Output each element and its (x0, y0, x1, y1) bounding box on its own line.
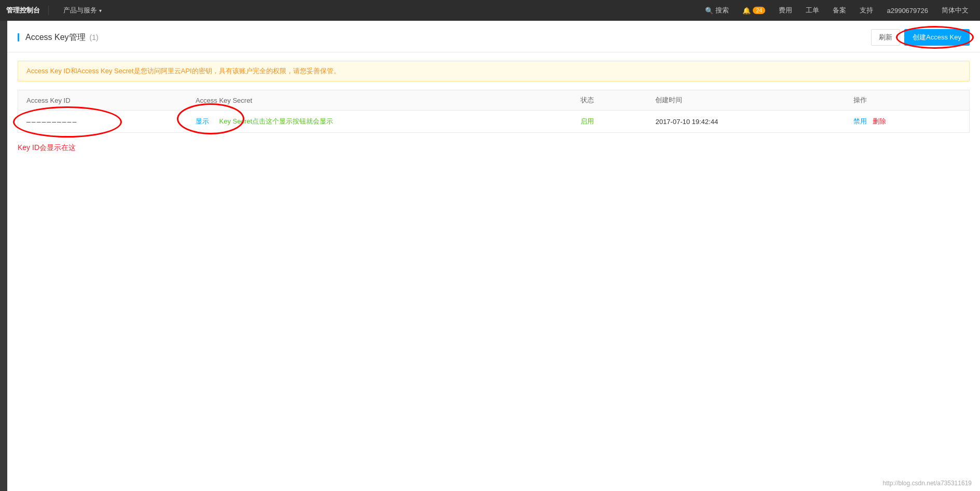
status-badge: 启用 (581, 117, 594, 125)
top-navigation: 管理控制台 产品与服务 ▾ 🔍 搜索 🔔 24 费用 工单 备案 支持 a299… (0, 0, 980, 21)
table-header-row: Access Key ID Access Key Secret 状态 创建时间 … (18, 90, 970, 111)
warning-banner: Access Key ID和Access Key Secret是您访问阿里云AP… (18, 61, 970, 81)
nav-logo[interactable]: 管理控制台 (6, 6, 49, 15)
show-secret-link[interactable]: 显示 (196, 117, 209, 125)
nav-notification[interactable]: 🔔 24 (737, 0, 770, 21)
nav-products[interactable]: 产品与服务 ▾ (57, 0, 108, 21)
nav-billing[interactable]: 费用 (774, 0, 797, 21)
sidebar (0, 21, 7, 491)
key-id-cell: —————————— (18, 111, 187, 133)
page-title-text: Access Key管理 (25, 32, 86, 43)
chevron-down-icon: ▾ (99, 8, 102, 13)
table-body: —————————— 显示 Key Secret点击这个显示按钮就会显示 启用 … (18, 111, 970, 133)
bell-icon: 🔔 (742, 7, 751, 15)
nav-tickets[interactable]: 工单 (800, 0, 824, 21)
nav-left: 管理控制台 产品与服务 ▾ (6, 0, 108, 21)
page-title: Access Key管理 (1) (18, 32, 99, 43)
table-row: —————————— 显示 Key Secret点击这个显示按钮就会显示 启用 … (18, 111, 970, 133)
status-cell: 启用 (572, 111, 647, 133)
table-header: Access Key ID Access Key Secret 状态 创建时间 … (18, 90, 970, 111)
footer-url: http://blog.csdn.net/a735311619 (883, 480, 972, 487)
nav-right: 🔍 搜索 🔔 24 费用 工单 备案 支持 a2990679726 简体中文 (700, 0, 974, 21)
col-created-at: 创建时间 (647, 90, 845, 111)
nav-language[interactable]: 简体中文 (936, 0, 974, 21)
nav-support[interactable]: 支持 (854, 0, 878, 21)
col-status: 状态 (572, 90, 647, 111)
nav-icp[interactable]: 备案 (827, 0, 851, 21)
nav-search[interactable]: 🔍 搜索 (700, 0, 734, 21)
created-at-cell: 2017-07-10 19:42:44 (647, 111, 845, 133)
key-id-annotation: Key ID会显示在这 (7, 133, 980, 163)
actions-cell: 禁用 删除 (845, 111, 970, 133)
key-secret-hint: Key Secret点击这个显示按钮就会显示 (219, 117, 334, 125)
disable-link[interactable]: 禁用 (853, 117, 867, 125)
page-count: (1) (90, 33, 99, 42)
col-key-secret: Access Key Secret (187, 90, 572, 111)
notification-badge: 24 (753, 7, 765, 14)
create-access-key-button[interactable]: 创建Access Key (904, 29, 970, 46)
access-key-table-wrap: Access Key ID Access Key Secret 状态 创建时间 … (18, 90, 970, 133)
access-key-table: Access Key ID Access Key Secret 状态 创建时间 … (18, 90, 970, 133)
nav-username[interactable]: a2990679726 (881, 0, 933, 21)
main-content: Access Key管理 (1) 刷新 创建Access Key Access … (7, 21, 980, 491)
refresh-button[interactable]: 刷新 (871, 29, 900, 46)
col-key-id: Access Key ID (18, 90, 187, 111)
col-actions: 操作 (845, 90, 970, 111)
page-header: Access Key管理 (1) 刷新 创建Access Key (7, 21, 980, 52)
key-id-masked: —————————— (26, 118, 77, 126)
page-layout: Access Key管理 (1) 刷新 创建Access Key Access … (0, 21, 980, 491)
key-secret-cell: 显示 Key Secret点击这个显示按钮就会显示 (187, 111, 572, 133)
search-icon: 🔍 (705, 7, 713, 15)
delete-link[interactable]: 删除 (873, 117, 886, 125)
header-actions: 刷新 创建Access Key (871, 29, 970, 46)
